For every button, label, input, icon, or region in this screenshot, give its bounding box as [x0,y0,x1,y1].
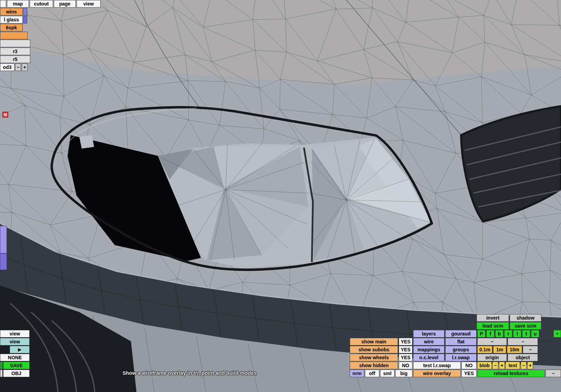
layers-button[interactable]: layers [413,330,445,338]
object-item-empty-slot[interactable] [0,32,28,39]
text-plus-button[interactable]: + [527,362,533,369]
menu-page-button[interactable]: page [54,0,76,8]
wire-button[interactable]: wire [413,338,445,345]
flag-l-button[interactable]: l [513,330,521,338]
none-button[interactable]: NONE [0,354,30,361]
object-item-wins[interactable]: wins [0,8,23,16]
text-button[interactable]: text [506,362,520,369]
origin-button[interactable]: origin [477,354,507,361]
save-scm-button[interactable]: save scm [510,322,541,330]
dash-left-button[interactable]: − [477,338,507,345]
object-item-l-glass[interactable]: l glass [0,16,23,23]
wireframe-scene [0,0,561,392]
gouraud-button[interactable]: gouraud [445,330,477,338]
obj-indicator [0,370,3,377]
flag-dot-button[interactable]: • [553,330,561,338]
object-item-6spk[interactable]: 6spk [0,24,23,31]
shadow-button[interactable]: shadow [510,314,541,322]
flag-u-button[interactable]: u [531,330,539,338]
play-button[interactable]: ▶ [10,346,30,353]
test-lr-swap-button[interactable]: test l.r.swap [413,362,461,369]
text-minus-button[interactable]: − [521,362,527,369]
lod-label[interactable]: od3 [0,63,14,71]
material-swatch[interactable] [23,16,27,23]
blob-minus-button[interactable]: − [492,362,498,369]
flag-p-button[interactable]: P [477,330,486,338]
show-main-button[interactable]: show main [350,338,398,345]
blob-button[interactable]: blob [477,362,492,369]
show-wheels-value[interactable]: YES [399,354,412,361]
dash-right-button[interactable]: − [508,338,538,345]
blob-plus-button[interactable]: + [499,362,505,369]
show-subobs-button[interactable]: show subobs [350,346,398,353]
test-lr-swap-value[interactable]: NO [461,362,477,369]
wire-overlay-value[interactable]: YES [461,370,477,377]
lod-plus-button[interactable]: + [22,63,28,71]
show-hidden-button[interactable]: show hidden [350,362,398,369]
menu-stub-button[interactable] [0,0,6,8]
object-item-empty-slot[interactable] [0,40,30,47]
groups-button[interactable]: groups [445,346,477,353]
mappings-button[interactable]: mappings [413,346,445,353]
load-scm-button[interactable]: load scm [477,322,509,330]
viewport-canvas[interactable] [0,0,561,392]
flag-f-button[interactable]: f [486,330,494,338]
scale-1m-button[interactable]: 1m [493,346,506,353]
object-item-r5[interactable]: r5 [0,56,30,63]
big-button[interactable]: big [395,370,412,377]
scale-dash-button[interactable]: − [523,346,538,353]
flat-button[interactable]: flat [445,338,477,345]
obj-button[interactable]: OBJ [3,370,30,377]
off-button[interactable]: off [365,370,379,377]
object-item-r3[interactable]: r3 [0,48,30,55]
scale-01m-button[interactable]: 0.1m [477,346,492,353]
sml-button[interactable]: sml [380,370,395,377]
flag-r-button[interactable]: r [504,330,512,338]
lod-minus-button[interactable]: − [15,63,21,71]
wire-overlay-button[interactable]: wire overlay [413,370,461,377]
status-hint: Show a wireframe overlay in tri, point a… [100,370,279,377]
view-button-bottom[interactable]: view [0,338,30,345]
lr-swap-button[interactable]: l.r.swap [445,354,477,361]
view-button-top[interactable]: view [0,330,30,338]
nrm-button[interactable]: nrm [350,370,364,377]
side-strip-top[interactable] [0,226,7,253]
flag-t-button[interactable]: t [522,330,530,338]
nc-level-button[interactable]: n.c.level [413,354,445,361]
side-strip-bottom[interactable] [0,253,7,270]
show-main-value[interactable]: YES [399,338,412,345]
menu-map-button[interactable]: map [7,0,29,8]
show-subobs-value[interactable]: YES [399,346,412,353]
mirror-marker: M [2,112,8,118]
menu-cutout-button[interactable]: cutout [30,0,53,8]
show-hidden-value[interactable]: NO [399,362,412,369]
reload-textures-button[interactable]: reload textures [477,370,545,377]
flag-b-button[interactable]: b [495,330,503,338]
reload-dash-button[interactable]: − [545,370,561,377]
invert-button[interactable]: invert [477,314,509,322]
material-swatch[interactable] [23,8,27,16]
save-indicator [0,362,3,369]
menu-view-button[interactable]: view [76,0,101,8]
save-button[interactable]: SAVE [3,362,30,369]
show-wheels-button[interactable]: show wheels [350,354,398,361]
object-button[interactable]: object [508,354,538,361]
scale-10m-button[interactable]: 10m [507,346,522,353]
